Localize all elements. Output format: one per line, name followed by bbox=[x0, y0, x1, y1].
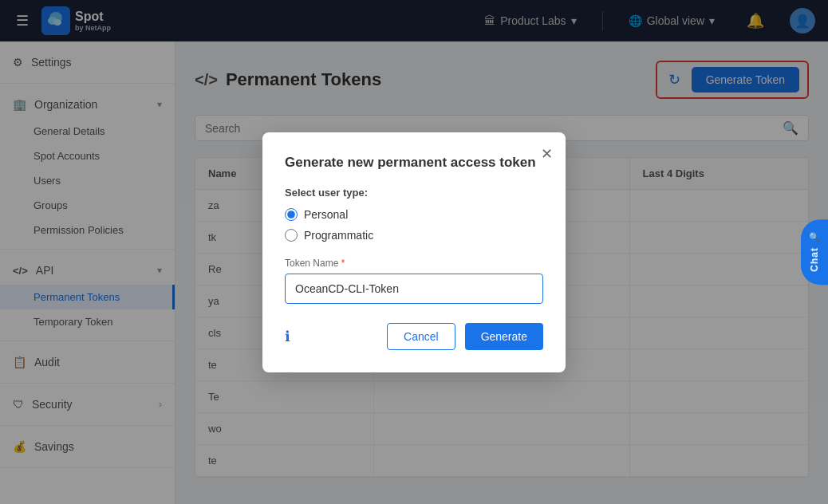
token-name-field-label: Token Name * bbox=[285, 258, 543, 269]
modal-footer: ℹ Cancel Generate bbox=[285, 323, 543, 350]
radio-personal-label: Personal bbox=[304, 208, 348, 221]
chat-widget[interactable]: 🔍 Chat bbox=[801, 219, 828, 285]
radio-programmatic-label: Programmatic bbox=[304, 229, 373, 242]
modal-actions: Cancel Generate bbox=[387, 323, 543, 350]
modal-close-button[interactable]: ✕ bbox=[541, 145, 553, 163]
radio-programmatic-input[interactable] bbox=[285, 229, 298, 242]
modal-overlay[interactable]: Generate new permanent access token ✕ Se… bbox=[0, 0, 828, 504]
modal-generate-button[interactable]: Generate bbox=[465, 323, 543, 350]
chat-label: Chat bbox=[809, 247, 820, 272]
close-icon: ✕ bbox=[541, 146, 553, 162]
token-name-input[interactable] bbox=[285, 274, 543, 304]
radio-personal-input[interactable] bbox=[285, 208, 298, 221]
chat-icon: 🔍 bbox=[809, 232, 820, 242]
modal-cancel-button[interactable]: Cancel bbox=[387, 323, 455, 350]
user-type-label: Select user type: bbox=[285, 187, 543, 199]
radio-personal[interactable]: Personal bbox=[285, 208, 543, 221]
chat-widget-content: 🔍 Chat bbox=[809, 232, 820, 272]
info-icon: ℹ bbox=[285, 328, 290, 345]
user-type-radio-group: Personal Programmatic bbox=[285, 208, 543, 242]
required-marker: * bbox=[341, 258, 345, 269]
radio-programmatic[interactable]: Programmatic bbox=[285, 229, 543, 242]
generate-token-modal: Generate new permanent access token ✕ Se… bbox=[262, 132, 566, 372]
modal-title: Generate new permanent access token bbox=[285, 155, 543, 171]
